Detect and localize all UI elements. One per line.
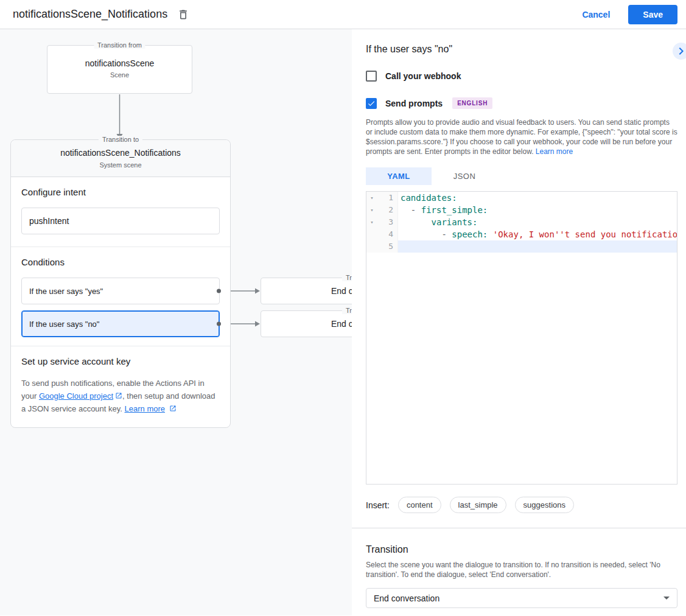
google-cloud-project-link[interactable]: Google Cloud project [39, 391, 113, 401]
checkmark-icon [367, 99, 376, 108]
condition-editor-panel: If the user says "no" Call your webhook … [352, 29, 686, 615]
link-text: Google Cloud project [39, 391, 113, 401]
node-title: End conversation [331, 286, 352, 296]
editor-format-tabs: YAML JSON [366, 167, 677, 185]
node-title: End conversation [331, 319, 352, 329]
node-tag: Transition to [99, 136, 142, 143]
line-number: 2 [377, 204, 398, 216]
page-title: notificationsScene_Notifications [13, 8, 167, 21]
language-badge: ENGLISH [452, 97, 492, 109]
insert-row: Insert: contentlast_simplesuggestions [366, 497, 677, 513]
code-token [488, 229, 492, 239]
prompts-label: Send prompts [385, 99, 443, 108]
fold-arrow-icon[interactable]: ▾ [366, 192, 377, 204]
service-account-heading: Set up service account key [21, 356, 220, 367]
line-number: 1 [377, 192, 398, 204]
code-line[interactable]: ▾3 variants: [366, 216, 677, 228]
code-line[interactable]: ▾2 - first_simple: [366, 204, 677, 216]
code-text: variants: [398, 216, 677, 228]
code-token [401, 217, 432, 227]
conditions-section: Conditions If the user says "yes" If the… [11, 247, 230, 346]
scene-node-header[interactable]: notificationsScene_Notifications System … [11, 140, 230, 177]
tab-json[interactable]: JSON [432, 167, 497, 185]
code-token: variants: [432, 217, 478, 227]
fold-arrow-icon[interactable]: ▾ [366, 204, 377, 216]
main-split: Transition from notificationsScene Scene… [0, 29, 686, 615]
node-subtitle: Scene [47, 71, 192, 79]
link-text: Learn more [125, 404, 165, 413]
code-line[interactable]: 5 [366, 240, 677, 253]
panel-title: If the user says "no" [366, 44, 677, 55]
fold-arrow-icon[interactable]: ▾ [366, 216, 377, 228]
code-token [401, 205, 411, 215]
external-link-icon [169, 405, 177, 412]
webhook-label: Call your webhook [385, 71, 461, 81]
intent-item-pushintent[interactable]: pushIntent [21, 208, 220, 234]
node-title: notificationsScene [47, 58, 192, 68]
code-token [401, 229, 441, 239]
configure-intent-section: Configure intent pushIntent [11, 177, 230, 247]
connector-dot [217, 289, 221, 293]
external-link-icon [115, 392, 122, 399]
connector-dot [217, 322, 221, 326]
insert-chip-content[interactable]: content [398, 497, 441, 513]
conditions-heading: Conditions [21, 257, 220, 268]
code-text [398, 240, 677, 253]
cancel-button[interactable]: Cancel [582, 10, 610, 19]
code-token: - [441, 229, 452, 239]
call-webhook-checkbox[interactable] [366, 71, 377, 82]
condition-item-yes[interactable]: If the user says "yes" [21, 278, 220, 304]
chevron-right-icon [674, 44, 686, 58]
transition-select[interactable]: End conversation [366, 588, 677, 608]
code-line[interactable]: 4 - speech: 'Okay, I won''t send you not… [366, 228, 677, 240]
line-number: 3 [377, 216, 398, 228]
learn-more-link[interactable]: Learn more [125, 404, 165, 413]
code-line[interactable]: ▾1candidates: [366, 192, 677, 204]
dropdown-caret-icon [663, 597, 670, 600]
insert-chip-last_simple[interactable]: last_simple [450, 497, 506, 513]
condition-item-no[interactable]: If the user says "no" [21, 310, 220, 337]
condition-label: If the user says "yes" [29, 287, 103, 296]
prompts-description: Prompts allow you to provide audio and v… [366, 117, 677, 156]
code-token: candidates: [401, 193, 457, 203]
code-text: - first_simple: [398, 204, 677, 216]
code-token: - [411, 205, 421, 215]
node-tag: Transition to [342, 307, 352, 314]
from-scene-node[interactable]: Transition from notificationsScene Scene [47, 45, 192, 94]
panel-divider [352, 528, 686, 528]
delete-scene-button[interactable] [175, 7, 191, 23]
transition-selected-value: End conversation [374, 593, 439, 603]
fold-gutter [366, 228, 377, 240]
service-account-text: To send push notifications, enable the A… [21, 377, 220, 415]
trash-icon [177, 9, 189, 21]
code-token: first_simple: [421, 205, 488, 215]
configure-intent-heading: Configure intent [21, 187, 220, 198]
save-button[interactable]: Save [628, 5, 677, 24]
line-number: 5 [377, 240, 398, 253]
end-conversation-node[interactable]: Transition to End conversation [261, 278, 352, 304]
code-text: - speech: 'Okay, I won''t send you notif… [398, 228, 677, 240]
service-account-section: Set up service account key To send push … [11, 346, 230, 427]
code-editor[interactable]: ▾1candidates:▾2 - first_simple:▾3 varian… [366, 191, 677, 485]
code-token: speech: [452, 229, 488, 239]
end-conversation-node[interactable]: Transition to End conversation [261, 310, 352, 337]
node-title: notificationsScene_Notifications [17, 148, 224, 158]
insert-chips: contentlast_simplesuggestions [398, 497, 583, 513]
current-scene-node: Transition to notificationsScene_Notific… [10, 139, 231, 428]
scene-diagram-canvas: Transition from notificationsScene Scene… [0, 29, 352, 615]
node-tag: Transition to [342, 274, 352, 281]
insert-chip-suggestions[interactable]: suggestions [515, 497, 574, 513]
tab-yaml[interactable]: YAML [366, 167, 432, 185]
learn-more-link[interactable]: Learn more [536, 147, 573, 156]
node-tag: Transition from [94, 41, 145, 49]
transition-heading: Transition [366, 544, 677, 555]
transition-description: Select the scene you want the dialogue t… [366, 560, 677, 579]
send-prompts-checkbox[interactable] [366, 98, 377, 109]
header-bar: notificationsScene_Notifications Cancel … [0, 0, 686, 29]
webhook-row: Call your webhook [366, 71, 677, 82]
text-run: Prompts allow you to provide audio and v… [366, 118, 677, 156]
code-token: 'Okay, I won''t send you notifications.' [493, 229, 677, 239]
code-text: candidates: [398, 192, 677, 204]
collapse-panel-button[interactable] [673, 43, 686, 60]
node-subtitle: System scene [17, 161, 224, 169]
